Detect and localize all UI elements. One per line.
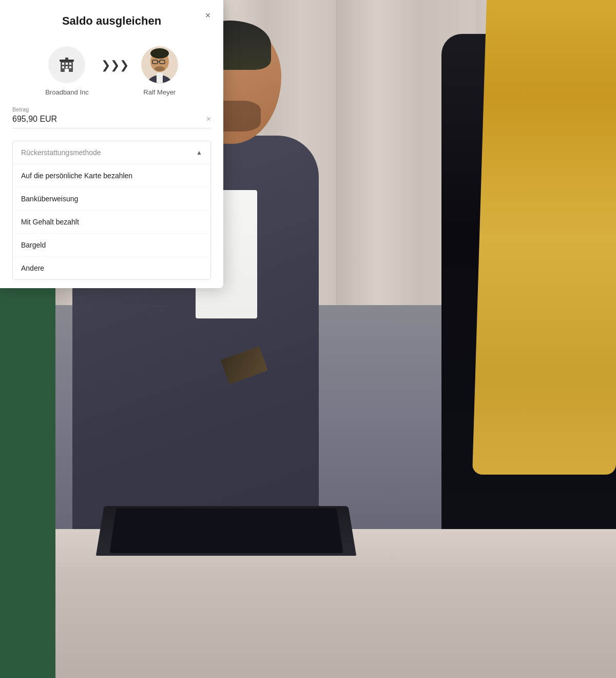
- svg-rect-12: [157, 73, 163, 83]
- svg-rect-3: [66, 63, 68, 65]
- dropdown-option-bank[interactable]: Banküberweisung: [13, 187, 210, 211]
- svg-rect-8: [65, 69, 69, 72]
- to-entity: Ralf Meyer: [141, 46, 178, 96]
- modal-title: Saldo ausgleichen: [12, 14, 211, 28]
- dropdown-header[interactable]: Rückerstattungsmethode ▲: [13, 141, 210, 164]
- svg-rect-7: [69, 66, 71, 68]
- dropdown-option-other[interactable]: Andere: [13, 257, 210, 279]
- amount-input-row: 695,90 EUR ×: [12, 115, 211, 128]
- svg-point-18: [155, 66, 165, 71]
- to-entity-label: Ralf Meyer: [143, 88, 176, 96]
- svg-rect-4: [69, 63, 71, 65]
- from-entity-icon: [48, 46, 85, 83]
- from-entity: Broadband Inc: [45, 46, 89, 96]
- transfer-section: Broadband Inc ❯❯❯: [0, 34, 223, 102]
- modal-overlay: Saldo ausgleichen ×: [0, 0, 616, 678]
- amount-clear-button[interactable]: ×: [206, 115, 211, 124]
- close-button[interactable]: ×: [201, 8, 215, 23]
- dropdown-options-list: Auf die persönliche Karte bezahlen Bankü…: [13, 164, 210, 279]
- svg-point-14: [150, 48, 169, 59]
- svg-rect-9: [65, 58, 68, 60]
- amount-section: Betrag 695,90 EUR ×: [0, 102, 223, 135]
- from-entity-label: Broadband Inc: [45, 88, 89, 96]
- dropdown-option-cash[interactable]: Bargeld: [13, 234, 210, 257]
- amount-value: 695,90 EUR: [12, 115, 57, 124]
- refund-method-dropdown[interactable]: Rückerstattungsmethode ▲ Auf die persönl…: [12, 141, 211, 280]
- to-entity-icon: [141, 46, 178, 83]
- amount-label: Betrag: [12, 106, 211, 112]
- svg-rect-6: [66, 66, 68, 68]
- balance-modal: Saldo ausgleichen ×: [0, 0, 223, 288]
- dropdown-arrow-icon: ▲: [196, 149, 202, 156]
- modal-header: Saldo ausgleichen ×: [0, 0, 223, 34]
- dropdown-section: Rückerstattungsmethode ▲ Auf die persönl…: [0, 135, 223, 288]
- dropdown-label: Rückerstattungsmethode: [21, 148, 101, 157]
- dropdown-option-salary[interactable]: Mit Gehalt bezahlt: [13, 211, 210, 234]
- dropdown-option-card[interactable]: Auf die persönliche Karte bezahlen: [13, 164, 210, 187]
- transfer-arrow: ❯❯❯: [101, 59, 129, 72]
- svg-rect-5: [62, 66, 64, 68]
- svg-rect-2: [62, 63, 64, 65]
